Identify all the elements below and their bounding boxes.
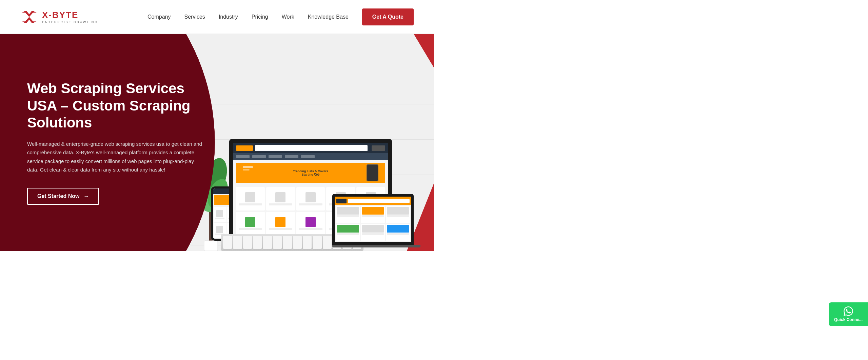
product-img [275, 192, 285, 202]
amazon-search [255, 145, 368, 151]
svg-rect-11 [204, 241, 218, 251]
logo-brand-name: X-BYTE [42, 10, 98, 20]
nav-work[interactable]: Work [282, 14, 294, 20]
laptop-product [361, 224, 385, 241]
laptop-product [336, 224, 360, 241]
laptop-product [386, 206, 410, 223]
product-item [236, 187, 265, 211]
nav-mock-4 [285, 155, 298, 158]
product-name [239, 203, 262, 205]
amazon-nav [233, 153, 388, 160]
key [263, 236, 272, 249]
hero-title: Web Scraping Services USA – Custom Scrap… [27, 80, 212, 131]
nav-mock-3 [269, 155, 282, 158]
key [283, 236, 292, 249]
key [273, 236, 282, 249]
laptop-product [386, 224, 410, 241]
hero-description: Well-managed & enterprise-grade web scra… [27, 140, 203, 174]
main-nav: Company Services Industry Pricing Work K… [147, 8, 414, 25]
key [303, 236, 312, 249]
product-img [305, 192, 316, 202]
amazon-header [233, 143, 388, 153]
phone-item [214, 207, 226, 222]
product-name [269, 228, 292, 230]
product-item [236, 212, 265, 235]
product-img [245, 192, 255, 202]
laptop-body [335, 205, 411, 242]
laptop-product [361, 206, 385, 223]
nav-pricing[interactable]: Pricing [252, 14, 268, 20]
product-name [269, 203, 292, 205]
product-img [305, 217, 316, 227]
svg-rect-0 [20, 8, 38, 26]
get-started-label: Get Started Now [37, 193, 79, 199]
hero-content: Web Scraping Services USA – Custom Scrap… [27, 80, 212, 204]
get-a-quote-button[interactable]: Get A Quote [362, 8, 414, 25]
key [323, 236, 332, 249]
phone-product-img [216, 226, 223, 233]
key [233, 236, 242, 249]
nav-industry[interactable]: Industry [219, 14, 238, 20]
laptop-product-img [362, 225, 384, 233]
key [253, 236, 262, 249]
laptop-content [335, 197, 411, 242]
laptop-product-text [387, 233, 409, 235]
arrow-icon: → [83, 193, 89, 199]
laptop-base [332, 245, 420, 247]
laptop-header [335, 197, 411, 205]
product-item [266, 212, 295, 235]
amazon-logo [236, 145, 253, 151]
header: X-BYTE ENTERPRISE CRAWLING Company Servi… [0, 0, 434, 34]
product-name [299, 203, 322, 205]
laptop-product-text [337, 215, 359, 217]
nav-knowledge-base[interactable]: Knowledge Base [308, 14, 349, 20]
amazon-banner-text: Trending Lists & CoversStarting ₹99 [293, 169, 328, 176]
logo-subtitle: ENTERPRISE CRAWLING [42, 20, 98, 24]
laptop-product [336, 206, 360, 223]
product-img [245, 217, 255, 227]
product-item [296, 187, 325, 211]
nav-mock-1 [236, 155, 250, 158]
laptop-product-img [337, 225, 359, 233]
phone-product-text [215, 218, 225, 219]
laptop-product-img [362, 207, 384, 215]
laptop-product-text [362, 233, 384, 235]
laptop-product-img [387, 225, 409, 233]
laptop-product-text [337, 233, 359, 235]
product-name [239, 228, 262, 230]
hero-section: Web Scraping Services USA – Custom Scrap… [0, 34, 434, 251]
devices-container: Trending Lists & CoversStarting ₹99 [201, 41, 420, 251]
laptop-product-img [387, 207, 409, 215]
laptop-screen [332, 194, 414, 245]
nav-company[interactable]: Company [147, 14, 171, 20]
laptop-mockup [332, 194, 414, 247]
get-started-button[interactable]: Get Started Now → [27, 188, 99, 205]
logo-icon [20, 8, 38, 26]
product-item [296, 212, 325, 235]
nav-mock-2 [252, 155, 266, 158]
logo[interactable]: X-BYTE ENTERPRISE CRAWLING [20, 8, 98, 26]
product-img [275, 217, 285, 227]
logo-text: X-BYTE ENTERPRISE CRAWLING [42, 10, 98, 24]
nav-services[interactable]: Services [184, 14, 205, 20]
product-name [299, 228, 322, 230]
amazon-banner: Trending Lists & CoversStarting ₹99 [236, 163, 385, 183]
key [313, 236, 321, 249]
phone-product-img [216, 210, 223, 217]
product-item [266, 187, 295, 211]
laptop-product-text [387, 215, 409, 217]
laptop-product-text [362, 215, 384, 217]
key [223, 236, 232, 249]
key [293, 236, 302, 249]
key [243, 236, 252, 249]
nav-mock-5 [301, 155, 315, 158]
laptop-product-img [337, 207, 359, 215]
